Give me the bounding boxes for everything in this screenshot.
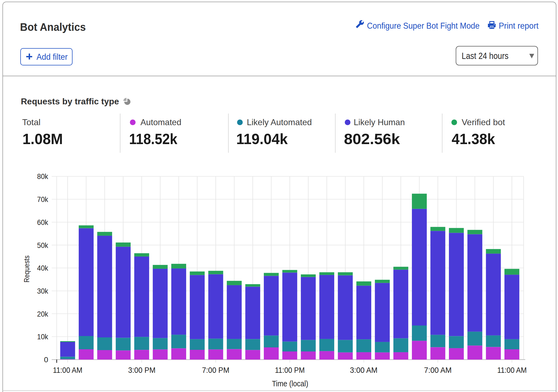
svg-text:10k: 10k [37,333,48,341]
svg-text:7:00 PM: 7:00 PM [202,366,229,374]
svg-text:20k: 20k [37,310,48,318]
svg-text:0: 0 [44,356,48,364]
svg-text:3:00 PM: 3:00 PM [128,366,156,374]
svg-text:40k: 40k [37,264,48,272]
svg-text:Time (local): Time (local) [272,379,308,388]
svg-text:Requests: Requests [22,255,31,283]
svg-text:50k: 50k [37,241,48,250]
svg-text:11:00 AM: 11:00 AM [53,366,83,374]
svg-text:11:00 AM: 11:00 AM [497,366,527,374]
svg-text:11:00 PM: 11:00 PM [275,366,305,374]
svg-text:70k: 70k [37,195,48,204]
svg-text:30k: 30k [37,287,48,295]
svg-text:60k: 60k [37,218,48,227]
svg-text:80k: 80k [37,172,48,181]
svg-text:3:00 AM: 3:00 AM [350,366,378,374]
svg-text:7:00 AM: 7:00 AM [424,366,452,374]
